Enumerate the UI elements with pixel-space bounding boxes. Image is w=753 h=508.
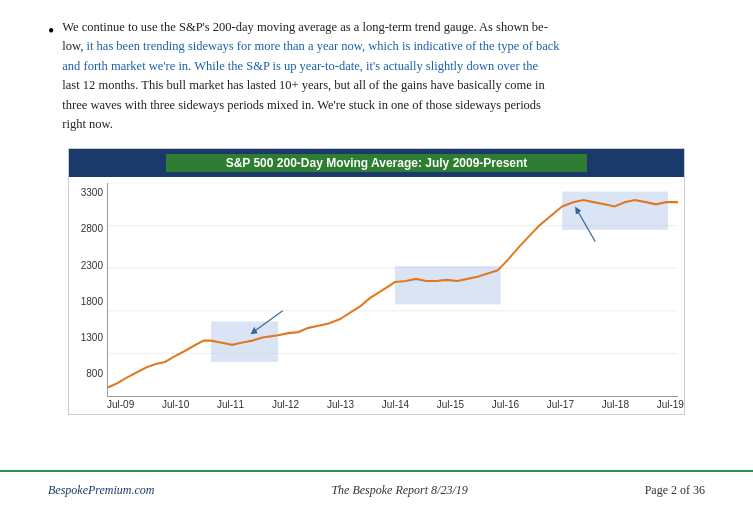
chart-container: S&P 500 200-Day Moving Average: July 200… <box>68 148 685 415</box>
line-chart-svg <box>108 183 678 396</box>
y-label-3300: 3300 <box>81 187 103 198</box>
footer-right: Page 2 of 36 <box>645 483 705 498</box>
y-label-1300: 1300 <box>81 332 103 343</box>
x-label-jul12: Jul-12 <box>272 399 299 410</box>
footer-bar: BespokePremium.com The Bespoke Report 8/… <box>0 470 753 508</box>
y-label-2300: 2300 <box>81 260 103 271</box>
x-label-jul13: Jul-13 <box>327 399 354 410</box>
footer-left: BespokePremium.com <box>48 483 155 498</box>
x-label-jul15: Jul-15 <box>437 399 464 410</box>
x-axis: Jul-09 Jul-10 Jul-11 Jul-12 Jul-13 Jul-1… <box>69 397 684 410</box>
x-label-jul19: Jul-19 <box>657 399 684 410</box>
chart-plot <box>107 183 678 397</box>
shade-region-2 <box>395 266 501 304</box>
x-label-jul17: Jul-17 <box>547 399 574 410</box>
bullet-section: • We continue to use the S&P's 200-day m… <box>48 18 705 134</box>
x-label-jul18: Jul-18 <box>602 399 629 410</box>
y-axis: 3300 2800 2300 1800 1300 800 <box>69 183 107 397</box>
y-label-800: 800 <box>86 368 103 379</box>
x-label-jul11: Jul-11 <box>217 399 244 410</box>
y-label-2800: 2800 <box>81 223 103 234</box>
x-label-jul09: Jul-09 <box>107 399 134 410</box>
bullet-dot: • <box>48 19 54 44</box>
chart-title: S&P 500 200-Day Moving Average: July 200… <box>69 149 684 177</box>
footer-center: The Bespoke Report 8/23/19 <box>331 483 467 498</box>
bullet-text: We continue to use the S&P's 200-day mov… <box>62 18 559 134</box>
y-label-1800: 1800 <box>81 296 103 307</box>
x-label-jul14: Jul-14 <box>382 399 409 410</box>
x-label-jul16: Jul-16 <box>492 399 519 410</box>
x-label-jul10: Jul-10 <box>162 399 189 410</box>
